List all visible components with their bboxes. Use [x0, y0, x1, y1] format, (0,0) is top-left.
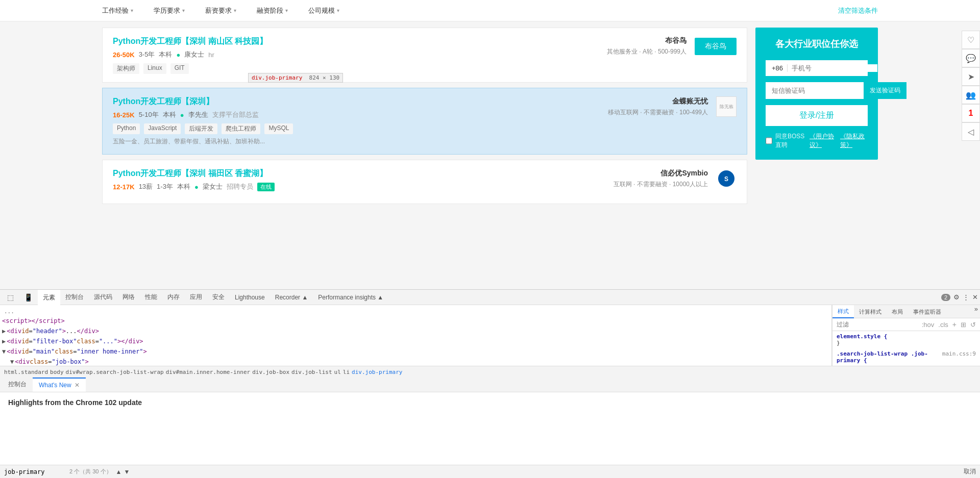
breadcrumb-html[interactable]: html.standard [4, 369, 48, 375]
add-style-icon[interactable]: + [952, 320, 957, 329]
close-whats-new-icon[interactable]: ✕ [75, 382, 80, 389]
close-devtools-icon[interactable]: ✕ [972, 293, 978, 301]
filter-salary-req[interactable]: 薪资要求 ▾ [205, 6, 236, 15]
breadcrumb-body[interactable]: body [50, 369, 64, 375]
hov-toggle[interactable]: :hov [922, 321, 935, 329]
heart-icon[interactable]: ♡ [962, 31, 980, 49]
breadcrumb-ul[interactable]: ul [334, 369, 341, 375]
breadcrumb-li[interactable]: li [343, 369, 350, 375]
apply-button-1[interactable]: 布谷鸟 [695, 38, 737, 55]
company-type-1: 其他服务业 [607, 48, 638, 55]
chat-icon[interactable]: 💬 [962, 49, 980, 67]
tab-console-bottom[interactable]: 控制台 [2, 378, 33, 392]
breadcrumb-jobbox[interactable]: div.job-box [252, 369, 289, 375]
search-next-button[interactable]: ▼ [124, 468, 130, 475]
tab-perf-insights[interactable]: Performance insights ▲ [313, 290, 388, 305]
tab-computed[interactable]: 计算样式 [854, 305, 887, 318]
devtools-inspect-icon[interactable]: ⬚ [2, 290, 19, 305]
devtools-panel: ⬚ 📱 元素 控制台 源代码 网络 性能 内存 应用 安全 Lighthouse… [0, 289, 980, 478]
expand-filterbox[interactable]: ▶ [2, 337, 6, 346]
tooltip-dims: 824 × 130 [306, 74, 339, 81]
send-icon-wrap: ➤ [962, 67, 980, 86]
job-edu-3: 本科 [177, 182, 190, 191]
tab-lighthouse[interactable]: Lighthouse [230, 290, 270, 305]
users-icon-wrap: 👥 [962, 86, 980, 104]
breadcrumb-wrap[interactable]: div#wrap.search-job-list-wrap [66, 369, 164, 375]
tree-jobbox[interactable]: ▼ <div class="job-box" > [2, 357, 829, 366]
tab-performance[interactable]: 性能 [140, 290, 162, 305]
filter-label-salary-req: 薪资要求 [205, 6, 232, 15]
search-input-wrap: 2 个（共 30 个） ▲ ▼ [4, 468, 960, 475]
tab-memory[interactable]: 内存 [162, 290, 185, 305]
phone-input[interactable] [792, 64, 877, 72]
tab-whats-new[interactable]: What's New ✕ [33, 378, 86, 392]
job-card-1-top: Python开发工程师【深圳 南山区 科技园】 26-50K 3-5年 本科 ●… [113, 36, 737, 59]
tab-application[interactable]: 应用 [185, 290, 207, 305]
breadcrumb-joblist[interactable]: div.job-list [291, 369, 332, 375]
new-style-icon[interactable]: ⊞ [961, 321, 966, 329]
tab-network[interactable]: 网络 [117, 290, 140, 305]
login-register-button[interactable]: 登录/注册 [766, 105, 868, 126]
company-sep2-3: · [669, 181, 673, 188]
element-tooltip: div.job-primary 824 × 130 [248, 73, 343, 83]
expand-header[interactable]: ▶ [2, 326, 6, 336]
agree-link-2[interactable]: 《隐私政策》 [840, 132, 868, 149]
job-card-1-right: 布谷鸟 其他服务业 · A轮 · 500-999人 布谷鸟 [607, 36, 737, 56]
tab-layout[interactable]: 布局 [887, 305, 908, 318]
job-benefits-2: 五险一金、员工旅游、带薪年假、通讯补贴、加班补助... [113, 137, 737, 146]
verify-button[interactable]: 发送验证码 [864, 82, 906, 99]
chevron-down-icon-edu: ▾ [182, 8, 185, 13]
search-cancel-button[interactable]: 取消 [964, 467, 976, 476]
tab-event-listeners[interactable]: 事件监听器 [908, 305, 946, 318]
collapse-icon[interactable]: ◁ [962, 122, 980, 141]
tag-2-2: 后端开发 [185, 123, 217, 134]
tab-styles[interactable]: 样式 [832, 305, 854, 318]
tab-sources[interactable]: 源代码 [89, 290, 117, 305]
company-logo-3: S [716, 168, 737, 189]
tree-filterbox[interactable]: ▶ <div id="filter-box" class="..." ></di… [2, 336, 829, 346]
tab-elements[interactable]: 元素 [38, 290, 60, 305]
agree-link-1[interactable]: 《用户协议》 [810, 132, 837, 149]
badge-icon-wrap: 1 [962, 104, 980, 122]
company-sep2-2: · [676, 109, 679, 116]
job-tags-1: 架构师 Linux GIT [113, 63, 737, 74]
clear-filter-button[interactable]: 清空筛选条件 [838, 6, 878, 15]
tab-security[interactable]: 安全 [207, 290, 230, 305]
notification-icon[interactable]: 1 [962, 104, 980, 122]
job-card-2[interactable]: Python开发工程师【深圳】 16-25K 5-10年 本科 ● 李先生 支撑… [102, 88, 747, 155]
job-card-3[interactable]: Python开发工程师【深圳 福田区 香蜜湖】 12-17K 13薪 1-3年 … [102, 160, 747, 204]
devtools-body: ... <script></script> ▶ <div id="header"… [0, 305, 980, 366]
cls-toggle[interactable]: .cls [938, 321, 948, 329]
devtools-device-icon[interactable]: 📱 [19, 290, 38, 305]
styles-filter-input[interactable] [837, 321, 920, 328]
tag-2-1: JavaScript [144, 123, 181, 134]
agree-checkbox[interactable] [766, 137, 772, 144]
verify-input[interactable] [766, 83, 864, 98]
expand-main[interactable]: ▼ [2, 347, 6, 356]
whats-new-content: Highlights from the Chrome 102 update [0, 392, 980, 465]
refresh-icon[interactable]: ↺ [970, 321, 976, 329]
search-prev-button[interactable]: ▲ [116, 468, 122, 475]
tree-header[interactable]: ▶ <div id="header" >...</div> [2, 326, 829, 336]
expand-jobbox[interactable]: ▼ [10, 357, 14, 366]
users-icon[interactable]: 👥 [962, 86, 980, 104]
send-icon[interactable]: ➤ [962, 67, 980, 86]
filter-company-size[interactable]: 公司规模 ▾ [308, 6, 339, 15]
tab-recorder[interactable]: Recorder ▲ [270, 290, 313, 305]
tooltip-classname: div.job-primary [252, 74, 302, 81]
job-card-1[interactable]: Python开发工程师【深圳 南山区 科技园】 26-50K 3-5年 本科 ●… [102, 28, 747, 83]
filter-funding-stage[interactable]: 融资阶段 ▾ [257, 6, 288, 15]
settings-icon[interactable]: ⚙ [953, 293, 960, 301]
element-search-input[interactable] [4, 468, 65, 475]
tab-console[interactable]: 控制台 [60, 290, 89, 305]
filter-edu-req[interactable]: 学历要求 ▾ [154, 6, 185, 15]
company-name-2: 金蝶账无忧 [608, 97, 708, 106]
filter-work-exp[interactable]: 工作经验 ▾ [102, 6, 133, 15]
tree-main[interactable]: ▼ <div id="main" class="inner home-inner… [2, 346, 829, 357]
arrow-icon-wrap: ◁ [962, 122, 980, 141]
job-salary-2: 16-25K [113, 111, 135, 119]
more-icon[interactable]: ⋮ [963, 293, 969, 301]
breadcrumb-main[interactable]: div#main.inner.home-inner [166, 369, 251, 375]
styles-more-icon[interactable]: » [972, 305, 980, 318]
breadcrumb-job-primary[interactable]: div.job-primary [352, 369, 402, 375]
